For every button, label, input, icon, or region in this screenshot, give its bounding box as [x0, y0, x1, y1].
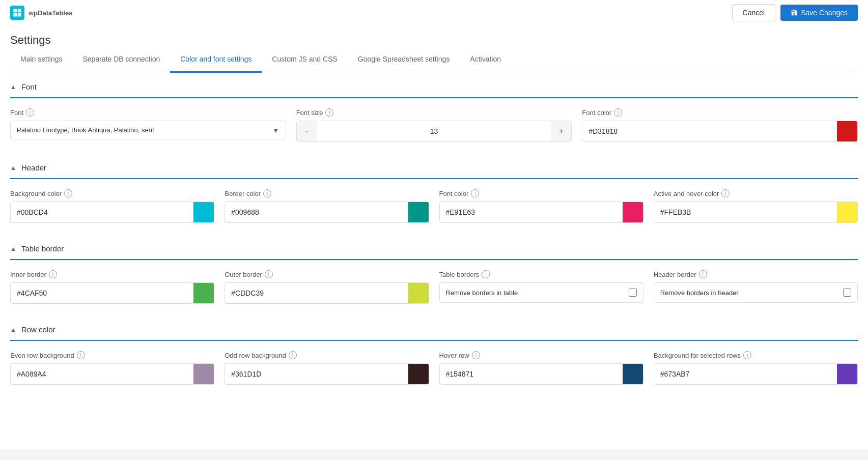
logo-icon — [10, 6, 24, 20]
table-border-section: ▲ Table border Inner border i Outer bord… — [10, 235, 858, 304]
tab-js[interactable]: Custom JS and CSS — [262, 47, 347, 73]
font-color-info-icon[interactable]: i — [614, 108, 622, 117]
selected-row-swatch[interactable] — [837, 364, 857, 384]
inner-border-input[interactable] — [11, 284, 193, 302]
save-button[interactable]: Save Changes — [780, 5, 858, 21]
header-section: ▲ Header Background color i Border color — [10, 154, 858, 223]
font-section-header[interactable]: ▲ Font — [10, 73, 858, 97]
outer-border-wrapper — [225, 282, 429, 304]
table-borders-field-group: Table borders i Remove borders in table — [439, 270, 643, 304]
header-bg-swatch[interactable] — [193, 202, 214, 222]
inner-border-label: Inner border i — [10, 270, 214, 278]
row-color-section-header[interactable]: ▲ Row color — [10, 316, 858, 340]
table-border-section-header[interactable]: ▲ Table border — [10, 235, 858, 259]
header-border-input[interactable] — [225, 203, 408, 221]
odd-row-swatch[interactable] — [408, 364, 429, 384]
header-border-checkbox-label-el: Header border i — [654, 270, 858, 278]
even-row-swatch[interactable] — [193, 364, 214, 384]
header-chevron: ▲ — [10, 164, 16, 171]
font-size-input[interactable] — [317, 122, 551, 140]
header-bg-info-icon[interactable]: i — [64, 189, 72, 197]
font-color-input[interactable] — [582, 122, 837, 140]
header-hover-info-icon[interactable]: i — [721, 189, 730, 197]
font-chevron: ▲ — [10, 83, 16, 91]
font-size-decrease-button[interactable]: − — [297, 121, 317, 141]
outer-border-info-icon[interactable]: i — [265, 270, 273, 278]
hover-row-input[interactable] — [440, 365, 623, 383]
font-color-swatch[interactable] — [837, 121, 857, 141]
header-hover-input[interactable] — [654, 203, 837, 221]
header-hover-swatch[interactable] — [837, 202, 857, 222]
tab-google[interactable]: Google Spreadsheet settings — [348, 47, 460, 73]
row-color-chevron: ▲ — [10, 326, 16, 333]
even-row-input[interactable] — [11, 365, 193, 383]
font-divider — [10, 97, 858, 98]
font-select[interactable]: Palatino Linotype, Book Antiqua, Palatin… — [11, 121, 266, 139]
row-color-section: ▲ Row color Even row background i Odd ro… — [10, 316, 858, 385]
main-content: Settings Main settings Separate DB conne… — [0, 25, 868, 450]
header-fields: Background color i Border color i — [10, 189, 858, 223]
header-hover-wrapper — [654, 202, 858, 223]
row-color-divider — [10, 340, 858, 341]
header-font-wrapper — [439, 202, 643, 223]
font-size-field-group: Font size i − + — [296, 108, 572, 142]
hover-row-swatch[interactable] — [623, 364, 643, 384]
selected-row-input[interactable] — [654, 365, 837, 383]
inner-border-field-group: Inner border i — [10, 270, 214, 304]
even-row-wrapper — [10, 363, 214, 385]
outer-border-input[interactable] — [225, 284, 408, 302]
table-border-section-title: Table border — [21, 244, 64, 253]
header-bg-label: Background color i — [10, 189, 214, 197]
header-font-swatch[interactable] — [623, 202, 643, 222]
font-info-icon[interactable]: i — [26, 108, 34, 117]
header-font-input[interactable] — [440, 203, 623, 221]
tab-color[interactable]: Color and font settings — [170, 47, 262, 73]
tabs-bar: Main settings Separate DB connection Col… — [10, 47, 858, 73]
table-borders-checkbox[interactable] — [629, 289, 637, 297]
save-icon — [791, 9, 798, 16]
header-actions: Cancel Save Changes — [732, 4, 858, 21]
header-section-header[interactable]: ▲ Header — [10, 154, 858, 178]
font-color-label: Font color i — [582, 108, 858, 117]
table-borders-label: Table borders i — [439, 270, 643, 278]
row-color-section-title: Row color — [21, 325, 55, 334]
logo-text: wpDataTables — [29, 9, 72, 17]
header-border-info-icon-2[interactable]: i — [699, 270, 707, 278]
cancel-button[interactable]: Cancel — [732, 4, 776, 21]
header-font-label: Font color i — [439, 189, 643, 197]
hover-row-label: Hover row i — [439, 351, 643, 359]
select-arrow-icon: ▼ — [266, 126, 286, 134]
font-size-increase-button[interactable]: + — [551, 121, 571, 141]
font-label: Font i — [10, 108, 286, 117]
header-border-checkbox[interactable] — [843, 289, 851, 297]
header-hover-label: Active and hover color i — [654, 189, 858, 197]
table-borders-info-icon[interactable]: i — [482, 270, 490, 278]
odd-row-input[interactable] — [225, 365, 408, 383]
outer-border-swatch[interactable] — [408, 283, 429, 303]
tab-activation[interactable]: Activation — [460, 47, 511, 73]
table-border-divider — [10, 259, 858, 260]
header-border-info-icon[interactable]: i — [263, 189, 271, 197]
table-borders-checkbox-label: Remove borders in table — [446, 289, 518, 297]
header-border-wrapper: Remove borders in header — [654, 282, 858, 303]
hover-row-info-icon[interactable]: i — [472, 351, 480, 359]
header-border-swatch[interactable] — [408, 202, 429, 222]
odd-row-wrapper — [225, 363, 429, 385]
even-row-field-group: Even row background i — [10, 351, 214, 385]
header-font-info-icon[interactable]: i — [471, 189, 479, 197]
app-header: wpDataTables Cancel Save Changes — [0, 0, 868, 25]
row-color-fields: Even row background i Odd row background… — [10, 351, 858, 385]
tab-db[interactable]: Separate DB connection — [72, 47, 170, 73]
hover-row-field-group: Hover row i — [439, 351, 643, 385]
header-bg-input[interactable] — [11, 203, 193, 221]
inner-border-info-icon[interactable]: i — [49, 270, 57, 278]
even-row-info-icon[interactable]: i — [77, 351, 85, 359]
odd-row-info-icon[interactable]: i — [289, 351, 297, 359]
selected-row-info-icon[interactable]: i — [743, 351, 751, 359]
odd-row-label: Odd row background i — [225, 351, 429, 359]
header-border-wrapper — [225, 202, 429, 223]
inner-border-wrapper — [10, 282, 214, 304]
font-size-info-icon[interactable]: i — [325, 108, 333, 117]
tab-main[interactable]: Main settings — [10, 47, 72, 73]
inner-border-swatch[interactable] — [193, 283, 214, 303]
